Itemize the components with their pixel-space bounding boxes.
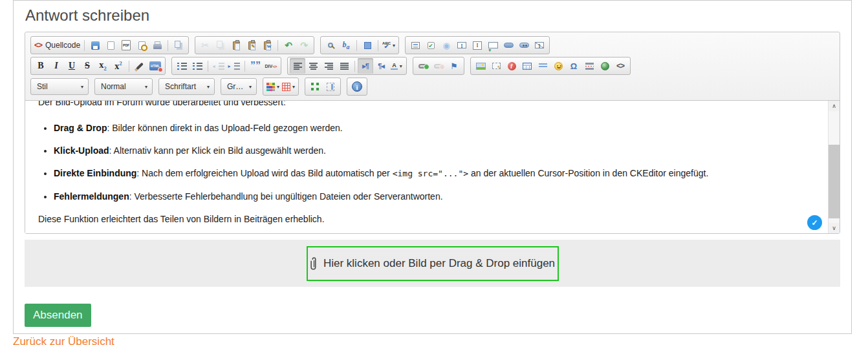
embed-media-button[interactable] [488, 58, 504, 74]
format-select-dropdown[interactable]: Normal▾ [94, 78, 153, 95]
italic-button[interactable]: I [49, 58, 64, 74]
numbered-list-button[interactable] [174, 58, 190, 74]
page-break-button[interactable] [581, 58, 597, 74]
indent-button[interactable] [226, 58, 242, 74]
ltr-button[interactable]: ▸¶ [358, 58, 373, 74]
submit-button[interactable]: Absenden [25, 304, 91, 327]
align-right-button[interactable] [321, 58, 336, 74]
spellcheck-status-badge[interactable]: ✓ [807, 215, 822, 230]
chevron-down-icon: ▾ [81, 84, 83, 90]
font-select-label: Schriftart [165, 82, 196, 91]
checkbox-button[interactable]: ✔ [423, 37, 439, 53]
div-container-icon: DIV</> [265, 64, 277, 68]
anchor-button[interactable]: ⚑ [446, 58, 462, 74]
select-all-button[interactable] [360, 37, 375, 53]
size-select-dropdown[interactable]: Gr…▾ [221, 78, 257, 95]
iframe-button[interactable] [597, 58, 613, 74]
redo-button[interactable]: ↷ [296, 37, 312, 53]
subscript-button[interactable]: x2 [95, 58, 111, 74]
special-char-button[interactable]: Ω [566, 58, 581, 74]
spell-check-button[interactable]: ABC✔▾ [381, 37, 396, 53]
remove-format-button[interactable]: HTML [147, 58, 163, 74]
rtl-button[interactable]: ¶◂ [373, 58, 389, 74]
strikethrough-button[interactable]: S [80, 58, 95, 74]
save-icon [91, 41, 100, 50]
paste-word-button[interactable]: W [259, 37, 275, 53]
table-button[interactable] [519, 58, 535, 74]
copy-formatting-button[interactable] [132, 58, 147, 74]
scroll-up-arrow[interactable]: ∧ [829, 101, 840, 111]
horizontal-rule-button[interactable] [535, 58, 550, 74]
export-pdf-button[interactable]: PDF [118, 37, 134, 53]
text-color-button[interactable]: ▾ [265, 79, 281, 94]
link-button[interactable] [415, 58, 431, 74]
bulleted-list-button[interactable] [190, 58, 205, 74]
ltr-icon: ▸¶ [362, 62, 369, 70]
replace-button[interactable]: ba [338, 37, 354, 53]
image-button[interactable] [473, 58, 488, 74]
underline-button[interactable]: U [64, 58, 80, 74]
spell-check-icon: ABC✔ [382, 41, 391, 50]
table-icon [523, 63, 532, 70]
image-button-button[interactable] [516, 37, 532, 53]
bg-color-button[interactable]: ▾ [281, 79, 296, 94]
toolbar-group: baABC✔▾ [320, 36, 399, 54]
find-button[interactable] [323, 37, 338, 53]
editor-scrollbar[interactable]: ∧ ∨ [828, 101, 840, 233]
toolbar-separator [354, 61, 355, 72]
find-icon [328, 43, 333, 48]
align-left-button[interactable] [290, 58, 305, 74]
show-blocks-button[interactable] [323, 79, 338, 94]
textarea-button[interactable]: I [470, 37, 485, 53]
chevron-down-icon: ▾ [393, 43, 395, 48]
bulleted-list-icon [193, 63, 202, 70]
paste-button[interactable] [228, 37, 244, 53]
scroll-down-arrow[interactable]: ∨ [829, 223, 840, 233]
bold-button[interactable]: B [33, 58, 49, 74]
select-field-icon: ▾ [488, 42, 498, 48]
form-button[interactable] [407, 37, 423, 53]
paste-word-icon: W [264, 41, 271, 50]
select-field-button[interactable]: ▾ [485, 37, 501, 53]
outdent-button[interactable] [211, 58, 226, 74]
new-page-button[interactable] [103, 37, 118, 53]
back-to-overview-link[interactable]: Zurück zur Übersicht [13, 335, 114, 345]
language-button[interactable]: A▾ [389, 58, 404, 74]
preview-button[interactable] [134, 37, 149, 53]
superscript-button[interactable]: x2 [111, 58, 126, 74]
unlink-button[interactable] [431, 58, 446, 74]
about-button[interactable]: i [349, 79, 365, 94]
blockquote-icon: ”” [250, 63, 261, 69]
font-select-dropdown[interactable]: Schriftart▾ [158, 78, 215, 95]
format-select-label: Normal [101, 82, 126, 91]
smiley-button[interactable] [550, 58, 566, 74]
div-container-button[interactable]: DIV</> [263, 58, 279, 74]
editor-content-area[interactable]: Der Bild-Upload im Forum wurde überarbei… [25, 100, 840, 233]
cut-button[interactable]: ✂ [197, 37, 213, 53]
button-button[interactable] [501, 37, 516, 53]
align-center-button[interactable] [305, 58, 321, 74]
scrollbar-thumb[interactable] [829, 145, 840, 218]
blockquote-button[interactable]: ”” [248, 58, 263, 74]
print-button[interactable] [149, 37, 165, 53]
justify-button[interactable] [336, 58, 352, 74]
toolbar-group: ⚑ [413, 57, 464, 75]
paste-text-button[interactable]: ✎ [244, 37, 259, 53]
source-button[interactable]: <>Quellcode [33, 37, 81, 53]
image-upload-dropzone[interactable]: Hier klicken oder Bild per Drag & Drop e… [307, 246, 559, 281]
undo-button[interactable]: ↶ [281, 37, 296, 53]
code-snippet-button[interactable]: <> [613, 58, 628, 74]
flash-button[interactable]: ƒ [504, 58, 519, 74]
hidden-field-button[interactable]: I [532, 37, 547, 53]
copy-button[interactable] [213, 37, 228, 53]
maximize-button[interactable] [307, 79, 323, 94]
save-button[interactable] [87, 37, 103, 53]
templates-button[interactable] [171, 37, 186, 53]
styles-select-dropdown[interactable]: Stil▾ [30, 78, 89, 95]
text-field-button[interactable]: I [454, 37, 470, 53]
align-right-icon [325, 63, 333, 70]
subscript-icon: x2 [99, 60, 107, 72]
toolbar-group: BIUSx2x2HTML [30, 57, 166, 75]
copy-icon [217, 41, 224, 50]
radio-button-button[interactable]: ◉ [439, 37, 454, 53]
